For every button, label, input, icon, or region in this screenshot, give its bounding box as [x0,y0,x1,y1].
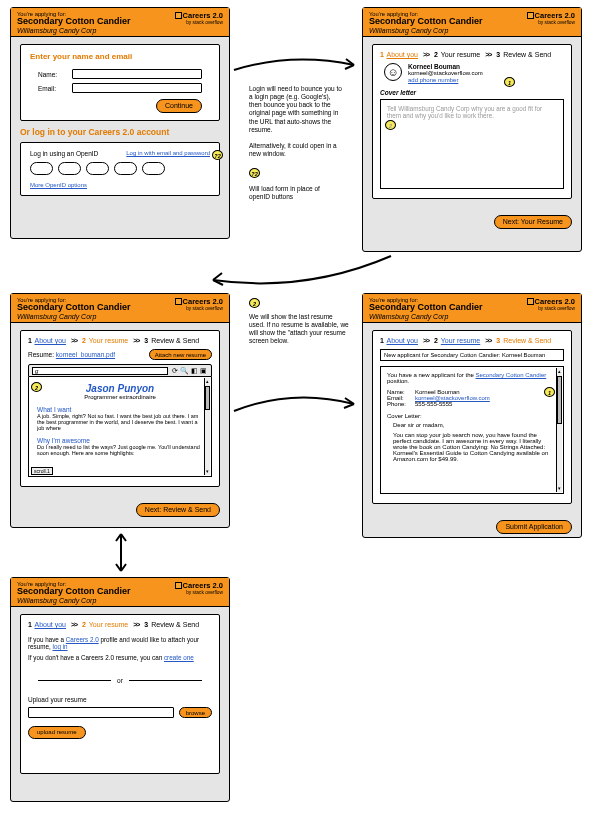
next-review-button[interactable]: Next: Review & Send [136,503,220,517]
resume-p2: Do I really need to list the ways? Just … [37,444,203,456]
email-preview: You have a new applicant for the Seconda… [380,366,564,494]
content: Enter your name and email Name: Email: C… [11,37,229,209]
content: 1 About you >> 2 Your resume >> 3 Review… [11,323,229,500]
step-resume: Your resume [89,337,128,344]
search-icon[interactable]: 🔍 [179,367,190,374]
avatar-icon: ☺ [384,63,402,81]
logo-box-icon [175,582,182,589]
resume-file-link[interactable]: korneel_bouman.pdf [56,351,115,358]
resume-h2: Why I'm awesome [37,437,203,444]
position-link[interactable]: Secondary Cotton Candier [476,372,547,378]
add-phone-link[interactable]: add phone number [408,77,458,83]
file-path-input[interactable] [28,707,174,718]
next-resume-button[interactable]: Next: Your Resume [494,215,572,229]
name-input[interactable] [72,69,202,79]
header: You're applying for: Secondary Cotton Ca… [11,294,229,323]
logo-box-icon [527,12,534,19]
header: You're applying for: Secondary Cotton Ca… [11,578,229,607]
scrollbar[interactable]: ▴ ▾ [556,368,562,492]
resume-label: Resume: [28,351,54,358]
user-name: Korneel Bouman [408,63,483,70]
browser-controls: ⟳🔍◧▣ [171,367,208,375]
scroll-up-icon[interactable]: ▴ [557,368,562,375]
careers-logo: Careers 2.0 by stack overflow [175,581,223,595]
annotation-2: 2 [385,120,396,130]
careers-logo: Careers 2.0 by stack overflow [175,297,223,311]
email-input[interactable] [72,83,202,93]
careers-link[interactable]: Careers 2.0 [66,636,99,643]
submit-button[interactable]: Submit Application [496,520,572,534]
arrow-3-to-5 [113,530,129,575]
step-indicator: 1 About you >> 2 Your resume >> 3 Review… [28,337,212,344]
scroll-up-icon[interactable]: ▴ [205,378,210,385]
upload-resume-button[interactable]: upload resume [28,726,86,739]
resume-panel: 1 About you >> 2 Your resume >> 3 Review… [20,330,220,487]
step-about-you[interactable]: About you [34,337,66,344]
step-resume[interactable]: Your resume [441,337,480,344]
or-heading: Or log in to your Careers 2.0 account [20,127,220,137]
ctrl-1[interactable]: ◧ [190,367,199,374]
screen-review: You're applying for: Secondary Cotton Ca… [362,293,582,538]
cover-label: Cover letter [380,89,564,96]
note-new-window: Alternatively, it could open in a new wi… [249,142,342,158]
panel-heading: Enter your name and email [30,52,210,61]
step-about-you[interactable]: About you [386,337,418,344]
name-row: Name: [38,69,202,79]
annotation-q2a: ?2 [212,150,223,160]
scroll-down-icon[interactable]: ▾ [557,485,562,492]
scroll-thumb[interactable] [557,376,562,424]
note-load-form: Will load form in place of openID button… [249,185,339,201]
name-email-panel: Enter your name and email Name: Email: C… [20,44,220,121]
careers-logo: Careers 2.0 by stack overflow [527,11,575,25]
logo-box-icon [527,298,534,305]
create-resume-link[interactable]: create one [164,654,194,661]
attach-resume-button[interactable]: Attach new resume [149,349,212,360]
cover-greeting: Dear sir or madam, [393,422,557,428]
login-link[interactable]: log in [53,643,68,650]
step-review: Review & Send [151,621,199,628]
scrollbar[interactable]: ▴ ▾ [204,378,210,475]
email-label: Email: [38,85,72,92]
openid-btn-5[interactable] [142,162,165,175]
email-row: Email: [38,83,202,93]
name-label: Name: [38,71,72,78]
scroll-thumb[interactable] [205,386,210,410]
upload-panel: 1 About you >> 2 Your resume >> 3 Review… [20,614,220,774]
step-about-you[interactable]: About you [386,51,418,58]
content: 1 About you >> 2 Your resume >> 3 Review… [363,37,581,212]
email-password-link[interactable]: Log in with email and password [126,150,210,156]
review-phone: 555-555-5555 [415,401,452,407]
logo-box-icon [175,298,182,305]
scroll-down-icon[interactable]: ▾ [205,468,210,475]
cover-letter-label: Cover Letter: [387,413,557,419]
ctrl-2[interactable]: ▣ [199,367,208,374]
more-openid-link[interactable]: More OpenID options [30,182,87,188]
footer: Next: Your Resume [363,212,581,235]
openid-btn-2[interactable] [58,162,81,175]
content: 1 About you >> 2 Your resume >> 3 Review… [11,607,229,787]
header: You're applying for: Secondary Cotton Ca… [363,294,581,323]
openid-btn-3[interactable] [86,162,109,175]
url-input[interactable]: g [32,367,168,375]
openid-btn-4[interactable] [114,162,137,175]
annotation-1: 1 [504,77,515,87]
continue-button[interactable]: Continue [156,99,202,113]
arrow-1-to-2 [232,55,360,77]
note-login-bounce: Login will need to bounce you to a login… [249,85,342,134]
browse-button[interactable]: browse [179,707,212,718]
cover-letter-input[interactable]: Tell Williamsburg Candy Corp why you are… [380,99,564,189]
step-about-you[interactable]: About you [34,621,66,628]
review-panel: 1 About you >> 2 Your resume >> 3 Review… [372,330,572,504]
note-last-resume: We will show the last resume used. If no… [249,313,349,346]
header: You're applying for: Secondary Cotton Ca… [363,8,581,37]
cover-body: You can stop your job search now, you ha… [393,432,554,462]
scroll-label: scroll.1 [31,467,53,475]
resume-preview: 2 Jason Punyon Programmer extraordinaire… [28,377,212,477]
step-indicator: 1 About you >> 2 Your resume >> 3 Review… [28,621,212,628]
reload-icon[interactable]: ⟳ [171,367,179,374]
or-divider: or [38,677,202,684]
footer: Next: Review & Send [11,500,229,523]
header: You're applying for: Secondary Cotton Ca… [11,8,229,37]
openid-btn-1[interactable] [30,162,53,175]
screen-resume-preview: You're applying for: Secondary Cotton Ca… [10,293,230,528]
